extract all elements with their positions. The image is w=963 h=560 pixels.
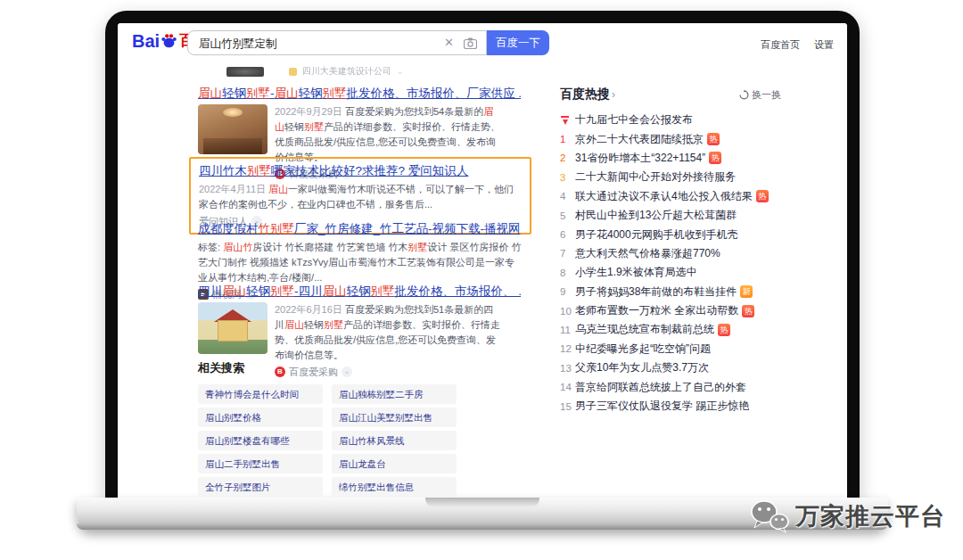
hot-search-item[interactable]: 4联大通过决议不承认4地公投入俄结果热	[560, 187, 781, 206]
text-segment: 轻钢	[284, 121, 304, 132]
related-search-item[interactable]: 眉山二手别墅出售	[198, 454, 323, 474]
highlight-term: 别墅	[371, 284, 395, 298]
text-segment: 百度爱采购为您找到54条最新的	[345, 106, 483, 117]
hot-search-item[interactable]: 5村民山中捡到13公斤超大松茸菌群	[560, 206, 781, 225]
hot-rank: 5	[560, 210, 575, 221]
hot-item-text: 男子将妈妈38年前做的布鞋当挂件	[575, 284, 737, 300]
highlight-term: 别墅	[407, 242, 427, 252]
text-segment: 轻钢	[299, 86, 323, 100]
result-snippet: 2022年6月16日 百度爱采购为您找到51条最新的四川眉山轻钢别墅产品的详细参…	[275, 302, 503, 363]
text-segment: 2022年6月16日	[275, 304, 345, 315]
interior-thumbnail[interactable]	[198, 104, 268, 154]
related-search-item[interactable]: 眉山别墅楼盘有哪些	[198, 431, 323, 450]
hot-item-text: 京外二十大代表团陆续抵京	[575, 132, 704, 147]
serp-header: Bai 百度 ✕	[118, 23, 847, 64]
highlight-term: 别墅	[323, 86, 347, 100]
hot-search-item[interactable]: 13父亲10年为女儿点赞3.7万次	[560, 358, 781, 377]
related-search-item[interactable]: 眉山竹林风景线	[332, 431, 457, 450]
highlight-term: 眉山	[268, 184, 288, 194]
related-search-item[interactable]: 青神竹博会是什么时间	[198, 384, 323, 404]
highlight-term: 竹别墅	[259, 222, 295, 235]
text-segment: 2022年9月29日	[275, 106, 345, 117]
hot-badge: 热	[709, 152, 721, 164]
villa-thumbnail[interactable]	[198, 302, 268, 354]
hot-rank: 13	[560, 363, 575, 374]
highlight-term: 眉山	[284, 319, 304, 330]
hot-rank: 1	[560, 134, 575, 144]
hot-search-item[interactable]: 10老师布置数一万粒米 全家出动帮数热	[560, 301, 781, 320]
text-segment: 批发价格、市场报价、厂家供应 ...	[347, 86, 522, 100]
text-segment: 2022年4月11日	[199, 184, 268, 194]
hot-item-text: 老师布置数一万粒米 全家出动帮数	[575, 303, 738, 318]
hot-rank: 6	[560, 229, 575, 240]
laptop-screen: Bai 百度 ✕	[118, 23, 847, 498]
hot-search-item[interactable]: 8小学生1.9米被体育局选中	[560, 263, 781, 282]
hot-rank: 12	[560, 343, 575, 354]
related-search-item[interactable]: 绵竹别墅出售信息	[332, 477, 457, 497]
hot-search-item[interactable]: 14普京给阿联酋总统披上了自己的外套	[560, 377, 781, 396]
settings-link[interactable]: 设置	[814, 38, 834, 52]
hot-search-item[interactable]: 7意大利天然气价格暴涨超770%	[560, 244, 781, 263]
related-search-item[interactable]: 眉山独栋别墅二手房	[332, 384, 457, 404]
baidu-serp-page: Bai 百度 ✕	[118, 23, 847, 498]
hot-rank: 11	[560, 325, 575, 335]
text-segment: 轻钢	[347, 284, 371, 298]
highlight-term: 眉山竹	[223, 242, 252, 252]
hot-search-item[interactable]: 11乌克兰现总统宣布制裁前总统热	[560, 320, 781, 339]
related-search-item[interactable]: 眉山江山美墅别墅出售	[332, 408, 457, 427]
text-segment: 批发价格、市场报价、 ...	[395, 284, 522, 298]
hot-search-item[interactable]: 3二十大新闻中心开始对外接待服务	[560, 168, 781, 186]
result-title-link[interactable]: 四川眉山轻钢别墅-四川眉山轻钢别墅批发价格、市场报价、 ...	[198, 284, 521, 300]
highlight-term: 别墅	[246, 86, 270, 100]
hot-search-item[interactable]: 9男子将妈妈38年前做的布鞋当挂件新	[560, 283, 781, 301]
related-searches: 相关搜索 青神竹博会是什么时间眉山独栋别墅二手房眉山别墅价格眉山江山美墅别墅出售…	[198, 360, 465, 497]
hot-item-text: 男子花4000元网购手机收到手机壳	[575, 227, 738, 243]
hot-badge: 热	[718, 324, 730, 336]
highlight-term: 眉山	[198, 86, 222, 100]
clear-search-icon[interactable]: ✕	[444, 36, 454, 49]
related-search-item[interactable]: 眉山别墅价格	[198, 408, 323, 427]
highlight-term: 别墅	[270, 284, 294, 298]
watermark-text: 万家推云平台	[795, 500, 945, 532]
result-title-link[interactable]: 成都度假村竹别墅厂家_竹房修建_竹工艺品-视频下载-播视网	[198, 221, 524, 237]
camera-search-icon[interactable]	[464, 37, 477, 53]
hot-item-text: 十九届七中全会公报发布	[575, 112, 693, 128]
hot-rank: 7	[560, 248, 575, 259]
chevron-down-icon[interactable]: ⌄	[397, 67, 404, 76]
highlight-term: 别墅	[247, 164, 271, 177]
hot-search-item[interactable]: 十九届七中全会公报发布	[560, 111, 781, 129]
hot-search-item[interactable]: 6男子花4000元网购手机收到手机壳	[560, 225, 781, 243]
baidu-home-link[interactable]: 百度首页	[761, 38, 800, 52]
chevron-right-icon: ›	[612, 88, 615, 101]
highlight-term: 别墅	[324, 319, 343, 330]
text-segment: 标签:	[198, 242, 223, 252]
hot-item-text: 村民山中捡到13公斤超大松茸菌群	[575, 208, 737, 223]
related-search-item[interactable]: 全竹子别墅图片	[198, 477, 323, 497]
search-button[interactable]: 百度一下	[487, 30, 549, 55]
hot-search-item[interactable]: 12中纪委曝光多起“吃空饷”问题	[560, 340, 781, 358]
hot-search-refresh[interactable]: 换一换	[739, 88, 781, 102]
wechat-icon	[749, 499, 790, 533]
text-segment: 房设计 竹长廊搭建 竹艺篱笆墙 竹木	[252, 242, 407, 252]
result-title-link[interactable]: 眉山轻钢别墅-眉山轻钢别墅批发价格、市场报价、厂家供应 ...	[198, 86, 521, 102]
screenshot-canvas: Bai 百度 ✕	[0, 0, 963, 560]
search-box: ✕	[187, 30, 487, 55]
hot-rank: 3	[560, 172, 575, 183]
search-input[interactable]	[197, 33, 424, 54]
hot-search-title[interactable]: 百度热搜›	[560, 86, 615, 103]
hot-rank: 14	[560, 382, 575, 392]
related-search-item[interactable]: 眉山龙盘台	[332, 454, 457, 474]
hot-search-list: 十九届七中全会公报发布1京外二十大代表团陆续抵京热231省份昨增本土“322+1…	[560, 111, 781, 416]
highlight-term: 别墅	[304, 121, 324, 132]
hot-rank: 2	[560, 152, 575, 163]
text-segment: -四川	[294, 284, 323, 298]
text-segment: 厂家_竹房修建_竹工艺品-视频下载-播视网	[294, 222, 521, 235]
hot-search-item[interactable]: 231省份昨增本土“322+1154”热	[560, 149, 781, 168]
hot-search-item[interactable]: 15男子三军仪仗队退役复学 踢正步惊艳	[560, 397, 781, 416]
result-title-link[interactable]: 四川竹木别墅哪家技术比较好?求推荐? 爱问知识人	[199, 163, 522, 179]
text-segment: 四川竹木	[199, 164, 247, 177]
baidu-paw-icon	[160, 31, 178, 50]
hot-search-item[interactable]: 1京外二十大代表团陆续抵京热	[560, 129, 781, 148]
truncated-site-icon	[289, 68, 297, 76]
hot-item-text: 二十大新闻中心开始对外接待服务	[575, 169, 736, 185]
